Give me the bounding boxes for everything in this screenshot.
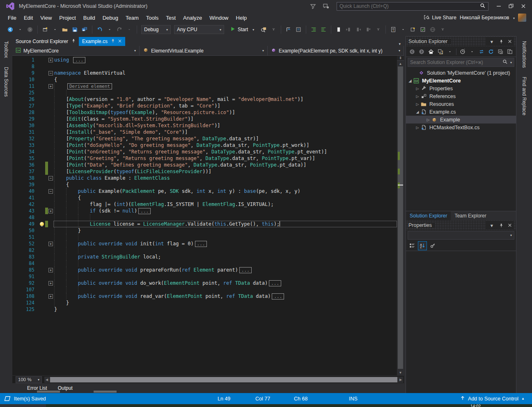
line-number[interactable]: 108 bbox=[12, 293, 39, 300]
menu-view[interactable]: View bbox=[37, 13, 55, 23]
tree-item-solution-myelementcore-1-project[interactable]: Solution 'MyElementCore' (1 project) bbox=[406, 69, 516, 77]
line-number[interactable]: 91 bbox=[12, 273, 39, 280]
close-icon[interactable] bbox=[506, 38, 514, 45]
panel-tab-team-explorer[interactable]: Team Explorer bbox=[451, 211, 490, 220]
code-line-92[interactable]: 92+public override void do_work(ElementP… bbox=[12, 280, 397, 286]
line-number[interactable]: 26 bbox=[12, 96, 39, 103]
line-number[interactable]: 124 bbox=[12, 300, 39, 306]
collapsed-region-box[interactable]: ... bbox=[272, 293, 284, 300]
code-line-125[interactable]: 125} bbox=[12, 306, 397, 313]
menu-help[interactable]: Help bbox=[232, 13, 251, 23]
code-line-42[interactable]: 42flag |= (int)(ElementFlag.IS_SYSTEM | … bbox=[12, 201, 397, 208]
tree-item-hcmaskedtextbox-cs[interactable]: ▷HCMaskedTextBox.cs bbox=[406, 123, 516, 131]
expander-closed-icon[interactable]: ▷ bbox=[415, 102, 420, 106]
se-back-icon[interactable] bbox=[408, 47, 416, 56]
code-line-25[interactable]: 25 bbox=[12, 89, 397, 96]
tool-window-tab-data-sources[interactable]: Data Sources bbox=[2, 65, 10, 98]
code-line-1[interactable]: 1+using ... bbox=[12, 57, 397, 63]
caret-icon[interactable] bbox=[50, 25, 60, 34]
solution-search-input[interactable] bbox=[410, 59, 502, 65]
code-line-91[interactable]: 91 bbox=[12, 273, 397, 280]
tool-window-tab-notifications[interactable]: Notifications bbox=[521, 39, 528, 69]
close-button[interactable] bbox=[517, 1, 530, 11]
line-number[interactable]: 35 bbox=[12, 155, 39, 162]
document-tab-source-control-explorer[interactable]: Source Control Explorer bbox=[12, 37, 79, 46]
caret-icon[interactable] bbox=[16, 25, 25, 34]
line-number[interactable]: 43 bbox=[12, 208, 39, 214]
undo-icon[interactable] bbox=[95, 25, 104, 34]
code-line-124[interactable]: 124} bbox=[12, 300, 397, 306]
editor-horizontal-scrollbar[interactable]: ◀ ▶ bbox=[44, 377, 403, 383]
menu-edit[interactable]: Edit bbox=[20, 13, 37, 23]
line-number[interactable]: 82 bbox=[12, 247, 39, 254]
new-project-icon[interactable] bbox=[41, 25, 50, 34]
code-line-28[interactable]: 28[ToolboxBitmap(typeof(Example), "Resou… bbox=[12, 109, 397, 116]
collapsed-region-box[interactable]: ... bbox=[239, 267, 252, 273]
code-line-52[interactable]: 52+public override void init(int flag = … bbox=[12, 240, 397, 247]
tab-output[interactable]: Output bbox=[58, 385, 73, 391]
run-checks-icon[interactable] bbox=[418, 25, 427, 34]
caret-icon[interactable] bbox=[445, 47, 454, 56]
splitter-handle[interactable]: ⇕ bbox=[397, 56, 404, 61]
code-line-11[interactable]: 11+Derived element bbox=[12, 83, 397, 89]
code-editor[interactable]: 1+using ...89−namespace ElementVirtual10… bbox=[12, 56, 404, 375]
expand-region-icon[interactable]: + bbox=[48, 242, 53, 246]
editor-zoom-select[interactable]: 100 %▾ bbox=[16, 376, 42, 383]
line-number[interactable]: 84 bbox=[12, 260, 39, 267]
uncomment-icon[interactable] bbox=[319, 25, 328, 34]
line-number[interactable]: 29 bbox=[12, 116, 39, 122]
pin-icon[interactable] bbox=[497, 38, 504, 45]
nav-forward-icon[interactable] bbox=[25, 25, 34, 34]
solution-search-box[interactable]: ▾ bbox=[408, 58, 514, 67]
menu-analyze[interactable]: Analyze bbox=[179, 13, 206, 23]
expand-region-icon[interactable]: + bbox=[48, 268, 53, 272]
code-line-49[interactable]: 49License license = LicenseManager.Valid… bbox=[12, 221, 397, 227]
save-all-icon[interactable] bbox=[80, 25, 89, 34]
code-line-29[interactable]: 29[Edit(Class = "System.Text.StringBuild… bbox=[12, 116, 397, 122]
tab-error-list[interactable]: Error List bbox=[27, 385, 47, 391]
navigation-dropdown-3[interactable]: Example(PackElement pe, SDK sdk, int x, … bbox=[268, 46, 404, 55]
collapsed-region-box[interactable]: ... bbox=[195, 241, 207, 247]
line-number[interactable]: 36 bbox=[12, 162, 39, 168]
panel-tab-solution-explorer[interactable]: Solution Explorer bbox=[406, 211, 451, 220]
find-in-solution-icon[interactable] bbox=[259, 25, 268, 34]
start-debug-button[interactable]: Start▾ bbox=[227, 25, 257, 34]
properties-object-select[interactable]: ▾ bbox=[408, 231, 514, 240]
line-number[interactable]: 37 bbox=[12, 168, 39, 175]
pin-icon[interactable] bbox=[497, 222, 504, 229]
line-number[interactable]: 8 bbox=[12, 63, 39, 70]
send-feedback-smile-icon[interactable] bbox=[321, 2, 331, 10]
expander-closed-icon[interactable]: ▷ bbox=[415, 87, 420, 91]
line-number[interactable]: 11 bbox=[12, 83, 39, 89]
window-menu-icon[interactable]: ▾ bbox=[488, 38, 495, 45]
menu-project[interactable]: Project bbox=[55, 13, 79, 23]
expander-closed-icon[interactable]: ▷ bbox=[415, 126, 420, 130]
code-line-9[interactable]: 9−namespace ElementVirtual bbox=[12, 70, 397, 76]
code-line-35[interactable]: 35[Point("Greeting", "Returns greeting m… bbox=[12, 155, 397, 162]
code-line-85[interactable]: 85+public override void prepareForRun(re… bbox=[12, 267, 397, 273]
caret-icon[interactable] bbox=[399, 25, 408, 34]
doc-outline-icon[interactable]: ! bbox=[389, 25, 398, 34]
pin-icon[interactable] bbox=[71, 39, 76, 44]
avatar[interactable] bbox=[518, 14, 526, 22]
line-number[interactable]: 38 bbox=[12, 175, 39, 181]
switch-views-icon[interactable] bbox=[436, 47, 445, 56]
sync-icon[interactable] bbox=[477, 47, 486, 56]
quick-launch-input[interactable] bbox=[339, 3, 480, 9]
collapsed-region-box[interactable]: ... bbox=[138, 208, 151, 214]
sort-alpha-icon[interactable]: AZ bbox=[418, 241, 427, 250]
line-number[interactable]: 40 bbox=[12, 188, 39, 194]
clear-bookmarks-icon[interactable] bbox=[364, 25, 373, 34]
code-line-34[interactable]: 34[Point("onGreeting", "Returns greeting… bbox=[12, 149, 397, 155]
add-to-source-control-button[interactable]: Add to Source Control ▲ bbox=[460, 393, 525, 404]
line-number[interactable]: 83 bbox=[12, 254, 39, 260]
scroll-right-arrow[interactable]: ▶ bbox=[398, 377, 403, 383]
scrollbar-thumb[interactable] bbox=[50, 377, 397, 382]
line-number[interactable]: 9 bbox=[12, 70, 39, 76]
collapsed-region-box[interactable]: ... bbox=[73, 57, 85, 63]
code-line-33[interactable]: 33[Point("doSayHello", "Do greeting mess… bbox=[12, 142, 397, 149]
menu-debug[interactable]: Debug bbox=[99, 13, 122, 23]
expander-closed-icon[interactable]: ▷ bbox=[415, 94, 420, 98]
line-number[interactable]: 10 bbox=[12, 76, 39, 83]
code-line-38[interactable]: 38−public class Example : ElementClass bbox=[12, 175, 397, 181]
